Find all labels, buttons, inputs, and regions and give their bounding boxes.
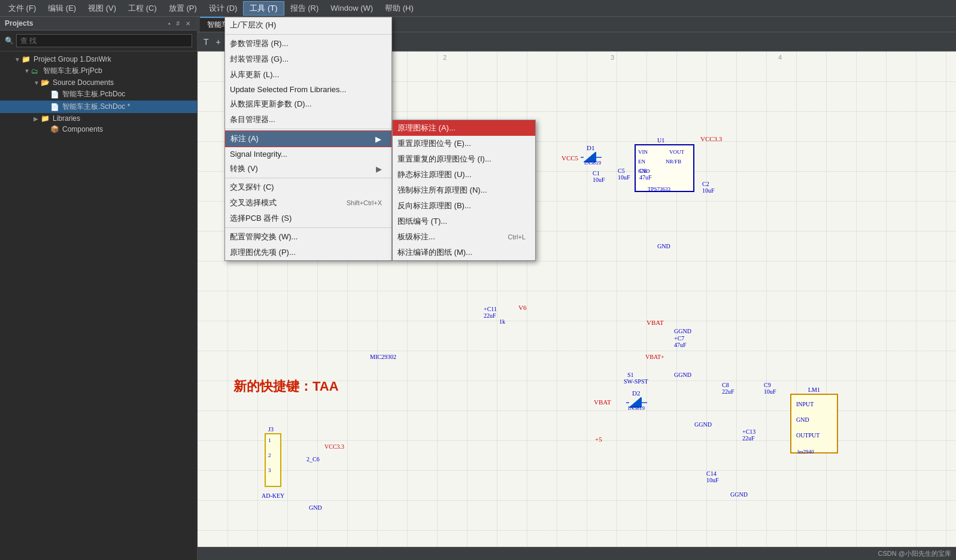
status-bar: CSDN @小阳先生的宝库 <box>198 547 956 560</box>
menu-place[interactable]: 放置 (P) <box>163 2 203 15</box>
tree-item-components[interactable]: 📦 Components <box>0 124 197 135</box>
menu-file[interactable]: 文件 (F) <box>2 2 42 15</box>
submenu-item-reset-pos-label: 重置原理图位号 (E)... <box>397 138 471 149</box>
menu-design[interactable]: 设计 (D) <box>203 2 244 15</box>
project-tree: ▼ 📁 Project Group 1.DsnWrk ▼ 🗂 智能车主板.Prj… <box>0 51 197 560</box>
menu-item-convert-label: 转换 (V) <box>230 163 258 174</box>
sch-sw-spst: SW-SPST <box>624 378 648 385</box>
menu-item-footprint[interactable]: 封装管理器 (G)... <box>225 51 391 67</box>
menu-item-update-lib-label: 从库更新 (L)... <box>230 69 279 80</box>
tree-arrow-group: ▼ <box>14 56 22 63</box>
search-input[interactable] <box>16 34 192 47</box>
panel-pin-btn[interactable]: ▪ <box>166 20 172 28</box>
menu-item-items-mgr[interactable]: 条目管理器... <box>225 112 391 127</box>
menu-item-update-lib[interactable]: 从库更新 (L)... <box>225 67 391 83</box>
panel-close-btn[interactable]: ✕ <box>184 20 192 28</box>
tree-arrow-libs: ▶ <box>34 115 41 122</box>
sep-3 <box>225 178 391 178</box>
submenu-item-reverse[interactable]: 反向标注原理图 (B)... <box>393 198 535 214</box>
menu-item-update-db-label: 从数据库更新参数 (D)... <box>230 99 312 109</box>
menu-item-update-sel[interactable]: Update Selected From Libraries... <box>225 83 391 96</box>
tree-item-project-group[interactable]: ▼ 📁 Project Group 1.DsnWrk <box>0 54 197 65</box>
sch-c2: C2 <box>702 181 709 187</box>
tree-item-pcbdoc[interactable]: 📄 智能车主板.PcbDoc <box>0 88 197 101</box>
tree-label-prj: 智能车主板.PrjPcb <box>43 66 192 76</box>
submenu-item-reset-dup[interactable]: 重置重复的原理图位号 (I)... <box>393 151 535 167</box>
submenu-item-reset-pos[interactable]: 重置原理图位号 (E)... <box>393 136 535 151</box>
tool-add[interactable]: + <box>214 36 223 48</box>
sep-2 <box>225 129 391 129</box>
sch-ggnd4: GGND <box>730 491 748 498</box>
comp-lm1: LM1 INPUT GND OUTPUT lm2940 <box>790 394 838 454</box>
menu-bar: 文件 (F) 编辑 (E) 视图 (V) 工程 (C) 放置 (P) 设计 (D… <box>0 0 956 17</box>
comp-d1: D1 1N5819 <box>581 144 611 162</box>
sch-c6-bot: 2_C6 <box>306 456 320 462</box>
menu-item-cross-sel[interactable]: 交叉选择模式 Shift+Ctrl+X <box>225 195 391 211</box>
sch-adkey: AD-KEY <box>262 492 284 499</box>
status-credit: CSDN @小阳先生的宝库 <box>878 549 951 558</box>
menu-window[interactable]: Window (W) <box>324 2 379 14</box>
menu-item-cross-sel-label: 交叉选择模式 <box>230 197 277 208</box>
prjpcb-icon: 🗂 <box>31 67 41 75</box>
sch-c9: C9 <box>764 382 771 388</box>
tree-item-prjpcb[interactable]: ▼ 🗂 智能车主板.PrjPcb <box>0 65 197 77</box>
sch-vbat: VBAT <box>647 319 664 326</box>
menu-item-prefs[interactable]: 原理图优先项 (P)... <box>225 245 391 260</box>
sch-c11: +C11 <box>484 306 497 312</box>
menu-item-update-db[interactable]: 从数据库更新参数 (D)... <box>225 96 391 112</box>
menu-item-signal[interactable]: Signal Integrity... <box>225 147 391 161</box>
menu-help[interactable]: 帮助 (H) <box>379 2 420 15</box>
tools-dropdown[interactable]: 上/下层次 (H) 参数管理器 (R)... 封装管理器 (G)... 从库更新… <box>224 17 392 261</box>
menu-item-hierarchy[interactable]: 上/下层次 (H) <box>225 17 391 33</box>
submenu-item-sheet-num[interactable]: 图纸编号 (T)... <box>393 214 535 229</box>
pcbdoc-icon: 📄 <box>50 90 60 99</box>
menu-item-params[interactable]: 参数管理器 (R)... <box>225 36 391 51</box>
sch-ggnd1: GGND <box>674 328 691 334</box>
submenu-item-static-label: 静态标注原理图 (U)... <box>397 169 472 180</box>
menu-item-annotate[interactable]: 标注 (A) ▶ <box>225 130 391 147</box>
sch-c2-val: 10uF <box>702 187 715 194</box>
submenu-item-board-annot-label: 板级标注... <box>397 232 435 242</box>
submenu-item-board-annot[interactable]: 板级标注... Ctrl+L <box>393 229 535 245</box>
submenu-item-force[interactable]: 强制标注所有原理图 (N)... <box>393 182 535 198</box>
search-box: 🔍 <box>0 31 197 51</box>
tree-label-source-docs: Source Documents <box>53 78 192 87</box>
tool-filter[interactable]: T <box>201 36 211 48</box>
annotate-submenu[interactable]: 原理图标注 (A)... 重置原理图位号 (E)... 重置重复的原理图位号 (… <box>392 120 536 261</box>
menu-item-update-sel-label: Update Selected From Libraries... <box>230 85 346 94</box>
submenu-item-compiled-label: 标注编译的图纸 (M)... <box>397 247 472 258</box>
menu-item-sel-pcb[interactable]: 选择PCB 器件 (S) <box>225 211 391 226</box>
tree-item-libraries[interactable]: ▶ 📁 Libraries <box>0 113 197 124</box>
sch-v6: V6 <box>518 304 526 311</box>
menu-item-signal-label: Signal Integrity... <box>230 150 287 159</box>
tree-arrow-src: ▼ <box>34 80 41 86</box>
menu-item-pin-swap[interactable]: 配置管脚交换 (W)... <box>225 229 391 245</box>
menu-reports[interactable]: 报告 (R) <box>284 2 325 15</box>
sch-vbat-plus: VBAT+ <box>645 354 664 360</box>
panel-float-btn[interactable]: # <box>174 20 181 28</box>
left-panel: Projects ▪ # ✕ 🔍 ▼ 📁 Project Group 1.Dsn… <box>0 17 198 560</box>
submenu-item-annotate-sch[interactable]: 原理图标注 (A)... <box>393 120 535 136</box>
menu-item-footprint-label: 封装管理器 (G)... <box>230 54 289 65</box>
sch-1k: 1k <box>499 318 505 325</box>
menu-tools[interactable]: 工具 (T) <box>243 1 284 16</box>
menu-project[interactable]: 工程 (C) <box>122 2 163 15</box>
sch-vbat2: VBAT <box>594 398 611 406</box>
menu-edit[interactable]: 编辑 (E) <box>42 2 82 15</box>
sch-c14-val: 10uF <box>706 477 719 483</box>
sch-c7: +C7 <box>674 335 684 342</box>
annotate-arrow-icon: ▶ <box>375 135 381 144</box>
tree-item-schdoc[interactable]: 📄 智能车主板.SchDoc * <box>0 101 197 113</box>
menu-view[interactable]: 视图 (V) <box>82 2 122 15</box>
submenu-item-static[interactable]: 静态标注原理图 (U)... <box>393 167 535 182</box>
sch-c6-val: 47uF <box>639 174 652 181</box>
submenu-item-force-label: 强制标注所有原理图 (N)... <box>397 185 487 196</box>
submenu-item-compiled[interactable]: 标注编译的图纸 (M)... <box>393 245 535 260</box>
col-label-4: 4 <box>778 54 782 61</box>
menu-item-prefs-label: 原理图优先项 (P)... <box>230 247 296 258</box>
menu-item-probe[interactable]: 交叉探针 (C) <box>225 179 391 195</box>
tree-item-source-docs[interactable]: ▼ 📂 Source Documents <box>0 77 197 88</box>
menu-item-convert[interactable]: 转换 (V) ▶ <box>225 161 391 176</box>
submenu-item-sheet-num-label: 图纸编号 (T)... <box>397 216 447 227</box>
sch-c1-val: 10uF <box>593 176 605 183</box>
